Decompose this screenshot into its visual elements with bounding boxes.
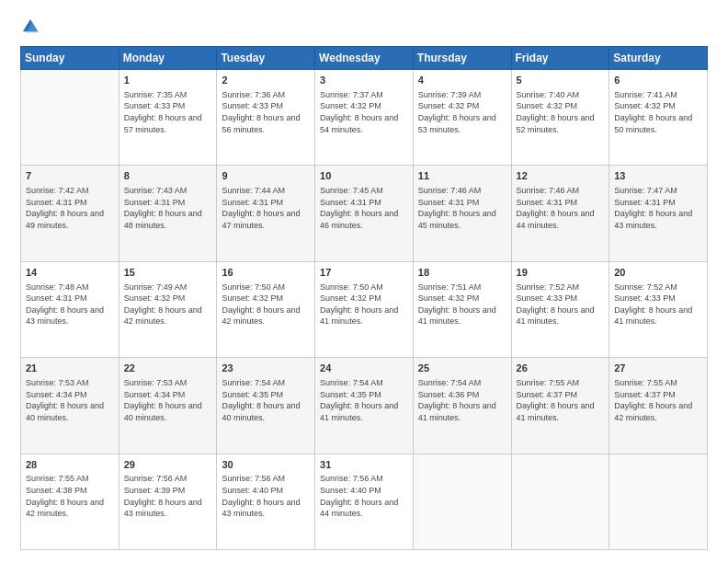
calendar-cell: 4Sunrise: 7:39 AMSunset: 4:32 PMDaylight… (413, 70, 511, 166)
calendar-cell (511, 454, 609, 549)
calendar-cell: 19Sunrise: 7:52 AMSunset: 4:33 PMDayligh… (511, 261, 609, 357)
day-number: 17 (320, 266, 408, 280)
calendar-week-row: 1Sunrise: 7:35 AMSunset: 4:33 PMDaylight… (21, 70, 708, 166)
day-number: 20 (614, 266, 702, 280)
day-info: Sunrise: 7:46 AMSunset: 4:31 PMDaylight:… (517, 185, 605, 231)
calendar-cell: 11Sunrise: 7:46 AMSunset: 4:31 PMDayligh… (413, 166, 511, 261)
calendar-cell: 16Sunrise: 7:50 AMSunset: 4:32 PMDayligh… (217, 261, 315, 357)
calendar-cell: 9Sunrise: 7:44 AMSunset: 4:31 PMDaylight… (217, 166, 315, 261)
day-info: Sunrise: 7:35 AMSunset: 4:33 PMDaylight:… (124, 89, 212, 135)
weekday-header-tuesday: Tuesday (217, 47, 315, 70)
day-number: 19 (517, 266, 605, 280)
day-info: Sunrise: 7:50 AMSunset: 4:32 PMDaylight:… (222, 282, 310, 327)
day-info: Sunrise: 7:39 AMSunset: 4:32 PMDaylight:… (418, 89, 506, 135)
page: SundayMondayTuesdayWednesdayThursdayFrid… (0, 0, 728, 563)
day-info: Sunrise: 7:48 AMSunset: 4:31 PMDaylight:… (26, 282, 114, 327)
weekday-header-sunday: Sunday (21, 47, 119, 70)
day-number: 27 (614, 362, 702, 375)
day-info: Sunrise: 7:42 AMSunset: 4:31 PMDaylight:… (26, 185, 114, 231)
day-info: Sunrise: 7:52 AMSunset: 4:33 PMDaylight:… (614, 282, 702, 327)
calendar-cell: 28Sunrise: 7:55 AMSunset: 4:38 PMDayligh… (21, 454, 119, 549)
day-number: 15 (124, 266, 212, 280)
calendar-cell: 18Sunrise: 7:51 AMSunset: 4:32 PMDayligh… (413, 261, 511, 357)
calendar-cell: 12Sunrise: 7:46 AMSunset: 4:31 PMDayligh… (511, 166, 609, 261)
day-info: Sunrise: 7:56 AMSunset: 4:40 PMDaylight:… (222, 473, 310, 519)
calendar-cell: 21Sunrise: 7:53 AMSunset: 4:34 PMDayligh… (21, 358, 119, 454)
weekday-header-wednesday: Wednesday (315, 47, 414, 70)
calendar-cell (413, 454, 511, 549)
day-number: 29 (124, 458, 212, 472)
calendar-cell: 25Sunrise: 7:54 AMSunset: 4:36 PMDayligh… (413, 358, 511, 454)
calendar-week-row: 7Sunrise: 7:42 AMSunset: 4:31 PMDaylight… (21, 166, 708, 261)
day-info: Sunrise: 7:55 AMSunset: 4:37 PMDaylight:… (614, 377, 702, 423)
calendar-cell: 10Sunrise: 7:45 AMSunset: 4:31 PMDayligh… (315, 166, 414, 261)
day-number: 1 (124, 74, 212, 87)
day-number: 26 (517, 362, 605, 375)
day-number: 23 (222, 362, 310, 375)
weekday-header-saturday: Saturday (609, 47, 708, 70)
day-info: Sunrise: 7:51 AMSunset: 4:32 PMDaylight:… (418, 282, 506, 327)
calendar-header-row: SundayMondayTuesdayWednesdayThursdayFrid… (21, 47, 708, 70)
header (20, 17, 708, 37)
calendar-week-row: 21Sunrise: 7:53 AMSunset: 4:34 PMDayligh… (21, 358, 708, 454)
day-info: Sunrise: 7:50 AMSunset: 4:32 PMDaylight:… (320, 282, 408, 327)
day-number: 10 (320, 169, 408, 183)
day-info: Sunrise: 7:53 AMSunset: 4:34 PMDaylight:… (124, 377, 212, 423)
day-number: 31 (320, 458, 408, 472)
logo (20, 17, 44, 37)
calendar-cell: 3Sunrise: 7:37 AMSunset: 4:32 PMDaylight… (315, 70, 414, 166)
calendar-cell: 26Sunrise: 7:55 AMSunset: 4:37 PMDayligh… (511, 358, 609, 454)
calendar-cell: 2Sunrise: 7:36 AMSunset: 4:33 PMDaylight… (217, 70, 315, 166)
calendar-cell: 17Sunrise: 7:50 AMSunset: 4:32 PMDayligh… (315, 261, 414, 357)
calendar-cell: 13Sunrise: 7:47 AMSunset: 4:31 PMDayligh… (609, 166, 708, 261)
calendar-cell: 31Sunrise: 7:56 AMSunset: 4:40 PMDayligh… (315, 454, 414, 549)
calendar-cell: 7Sunrise: 7:42 AMSunset: 4:31 PMDaylight… (21, 166, 119, 261)
day-number: 5 (517, 74, 605, 87)
day-number: 22 (124, 362, 212, 375)
day-number: 14 (26, 266, 114, 280)
day-number: 12 (517, 169, 605, 183)
calendar-cell: 23Sunrise: 7:54 AMSunset: 4:35 PMDayligh… (217, 358, 315, 454)
day-info: Sunrise: 7:55 AMSunset: 4:37 PMDaylight:… (517, 377, 605, 423)
calendar-cell (609, 454, 708, 549)
day-info: Sunrise: 7:49 AMSunset: 4:32 PMDaylight:… (124, 282, 212, 327)
day-number: 16 (222, 266, 310, 280)
weekday-header-monday: Monday (119, 47, 217, 70)
day-info: Sunrise: 7:46 AMSunset: 4:31 PMDaylight:… (418, 185, 506, 231)
day-info: Sunrise: 7:54 AMSunset: 4:35 PMDaylight:… (320, 377, 408, 423)
day-number: 9 (222, 169, 310, 183)
day-number: 21 (26, 362, 114, 375)
weekday-header-friday: Friday (511, 47, 609, 70)
calendar-week-row: 14Sunrise: 7:48 AMSunset: 4:31 PMDayligh… (21, 261, 708, 357)
day-number: 4 (418, 74, 506, 87)
day-info: Sunrise: 7:40 AMSunset: 4:32 PMDaylight:… (517, 89, 605, 135)
calendar-cell: 22Sunrise: 7:53 AMSunset: 4:34 PMDayligh… (119, 358, 217, 454)
calendar-cell: 27Sunrise: 7:55 AMSunset: 4:37 PMDayligh… (609, 358, 708, 454)
calendar-cell (21, 70, 119, 166)
day-info: Sunrise: 7:37 AMSunset: 4:32 PMDaylight:… (320, 89, 408, 135)
calendar-cell: 6Sunrise: 7:41 AMSunset: 4:32 PMDaylight… (609, 70, 708, 166)
day-number: 25 (418, 362, 506, 375)
day-info: Sunrise: 7:41 AMSunset: 4:32 PMDaylight:… (614, 89, 702, 135)
calendar-cell: 20Sunrise: 7:52 AMSunset: 4:33 PMDayligh… (609, 261, 708, 357)
day-number: 30 (222, 458, 310, 472)
day-info: Sunrise: 7:54 AMSunset: 4:36 PMDaylight:… (418, 377, 506, 423)
day-info: Sunrise: 7:53 AMSunset: 4:34 PMDaylight:… (26, 377, 114, 423)
calendar-cell: 5Sunrise: 7:40 AMSunset: 4:32 PMDaylight… (511, 70, 609, 166)
day-number: 2 (222, 74, 310, 87)
calendar-cell: 14Sunrise: 7:48 AMSunset: 4:31 PMDayligh… (21, 261, 119, 357)
day-number: 18 (418, 266, 506, 280)
day-info: Sunrise: 7:56 AMSunset: 4:40 PMDaylight:… (320, 473, 408, 519)
day-number: 11 (418, 169, 506, 183)
calendar-cell: 15Sunrise: 7:49 AMSunset: 4:32 PMDayligh… (119, 261, 217, 357)
day-info: Sunrise: 7:44 AMSunset: 4:31 PMDaylight:… (222, 185, 310, 231)
day-number: 13 (614, 169, 702, 183)
day-info: Sunrise: 7:52 AMSunset: 4:33 PMDaylight:… (517, 282, 605, 327)
day-number: 7 (26, 169, 114, 183)
calendar-week-row: 28Sunrise: 7:55 AMSunset: 4:38 PMDayligh… (21, 454, 708, 549)
calendar-cell: 30Sunrise: 7:56 AMSunset: 4:40 PMDayligh… (217, 454, 315, 549)
day-info: Sunrise: 7:55 AMSunset: 4:38 PMDaylight:… (26, 473, 114, 519)
logo-icon (20, 17, 40, 37)
day-info: Sunrise: 7:45 AMSunset: 4:31 PMDaylight:… (320, 185, 408, 231)
calendar-cell: 8Sunrise: 7:43 AMSunset: 4:31 PMDaylight… (119, 166, 217, 261)
